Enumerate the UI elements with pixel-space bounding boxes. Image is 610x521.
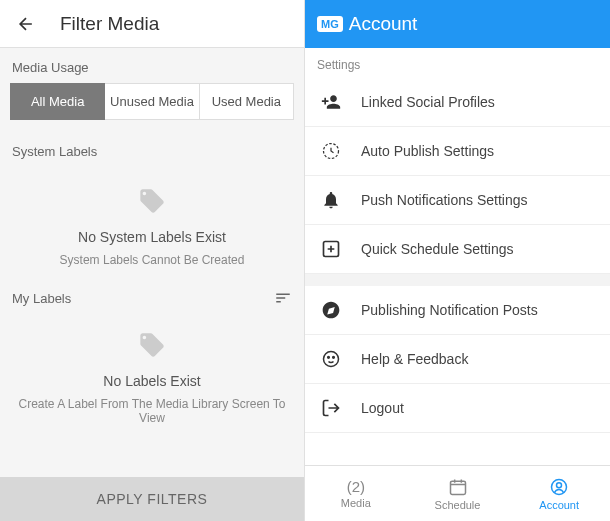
menu-push-notifications[interactable]: Push Notifications Settings	[305, 176, 610, 225]
account-icon	[549, 477, 569, 497]
tag-icon	[138, 331, 166, 359]
menu-publishing-notification-posts[interactable]: Publishing Notification Posts	[305, 286, 610, 335]
menu-linked-social-profiles[interactable]: Linked Social Profiles	[305, 78, 610, 127]
settings-menu: Linked Social Profiles Auto Publish Sett…	[305, 78, 610, 433]
media-count-icon: (2)	[347, 478, 365, 495]
nav-schedule[interactable]: Schedule	[407, 466, 509, 521]
svg-rect-5	[450, 481, 465, 494]
logout-icon	[319, 398, 343, 418]
account-panel: MG Account Settings Linked Social Profil…	[305, 0, 610, 521]
nav-label: Account	[539, 499, 579, 511]
left-header: Filter Media	[0, 0, 304, 48]
menu-item-label: Quick Schedule Settings	[361, 241, 514, 257]
calendar-icon	[448, 477, 468, 497]
menu-quick-schedule[interactable]: Quick Schedule Settings	[305, 225, 610, 274]
tab-used-media[interactable]: Used Media	[200, 83, 294, 120]
svg-point-7	[557, 482, 562, 487]
my-labels-empty: No Labels Exist Create A Label From The …	[0, 311, 304, 437]
bottom-nav: (2) Media Schedule Account	[305, 465, 610, 521]
bell-icon	[319, 190, 343, 210]
menu-item-label: Logout	[361, 400, 404, 416]
nav-media[interactable]: (2) Media	[305, 466, 407, 521]
system-labels-empty-title: No System Labels Exist	[16, 229, 288, 245]
apply-filters-button[interactable]: APPLY FILTERS	[0, 477, 304, 521]
face-icon	[319, 349, 343, 369]
nav-account[interactable]: Account	[508, 466, 610, 521]
add-box-icon	[319, 239, 343, 259]
menu-item-label: Linked Social Profiles	[361, 94, 495, 110]
tag-icon	[138, 187, 166, 215]
my-labels-header: My Labels	[0, 279, 304, 311]
nav-label: Media	[341, 497, 371, 509]
tab-all-media[interactable]: All Media	[10, 83, 105, 120]
my-labels-empty-sub: Create A Label From The Media Library Sc…	[16, 397, 288, 425]
system-labels-empty-sub: System Labels Cannot Be Created	[16, 253, 288, 267]
menu-gap	[305, 274, 610, 286]
menu-logout[interactable]: Logout	[305, 384, 610, 433]
timer-icon	[319, 141, 343, 161]
my-labels-empty-title: No Labels Exist	[16, 373, 288, 389]
app-badge: MG	[317, 16, 343, 32]
menu-item-label: Auto Publish Settings	[361, 143, 494, 159]
settings-label: Settings	[305, 48, 610, 78]
menu-item-label: Help & Feedback	[361, 351, 468, 367]
right-header: MG Account	[305, 0, 610, 48]
sort-icon[interactable]	[274, 289, 292, 307]
back-icon[interactable]	[16, 14, 36, 34]
menu-auto-publish-settings[interactable]: Auto Publish Settings	[305, 127, 610, 176]
system-labels-heading: System Labels	[0, 132, 304, 167]
svg-point-2	[324, 352, 339, 367]
page-title: Filter Media	[60, 13, 159, 35]
person-add-icon	[319, 92, 343, 112]
menu-item-label: Publishing Notification Posts	[361, 302, 538, 318]
svg-point-3	[328, 357, 330, 359]
media-usage-tabs: All Media Unused Media Used Media	[10, 83, 294, 120]
media-usage-label: Media Usage	[0, 48, 304, 83]
menu-item-label: Push Notifications Settings	[361, 192, 528, 208]
tab-unused-media[interactable]: Unused Media	[105, 83, 199, 120]
system-labels-empty: No System Labels Exist System Labels Can…	[0, 167, 304, 279]
svg-point-4	[333, 357, 335, 359]
compass-icon	[319, 300, 343, 320]
menu-help-feedback[interactable]: Help & Feedback	[305, 335, 610, 384]
svg-point-6	[552, 479, 567, 494]
my-labels-heading: My Labels	[12, 291, 71, 306]
account-title: Account	[349, 13, 418, 35]
nav-label: Schedule	[435, 499, 481, 511]
filter-media-panel: Filter Media Media Usage All Media Unuse…	[0, 0, 305, 521]
